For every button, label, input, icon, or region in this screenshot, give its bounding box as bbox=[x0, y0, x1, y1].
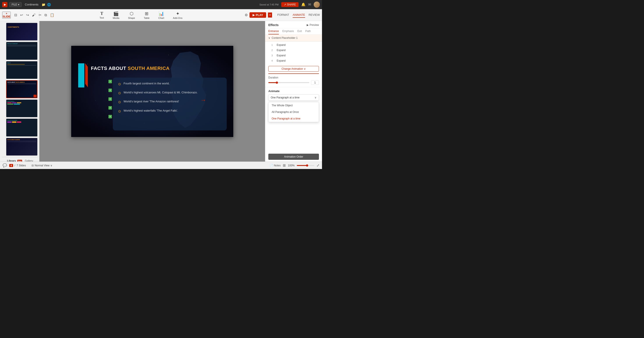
toolbar-left: + SLIDE ⊟ ↩ ↪ 🖌 ✂ ⧉ 📋 bbox=[0, 12, 40, 19]
slide-5-thumbnail[interactable]: North America... bbox=[6, 100, 38, 117]
slide-4-thumbnail[interactable]: FACTS ABOUT SOUTH AMERICA + bbox=[6, 80, 38, 98]
tab-animate[interactable]: ANIMATE bbox=[293, 12, 305, 18]
slide-current-number: 4 bbox=[9, 164, 13, 167]
spacer bbox=[265, 122, 322, 152]
expand-item-2[interactable]: 2 Expand bbox=[265, 48, 322, 53]
mail-icon[interactable]: ✉ bbox=[308, 3, 311, 7]
play-label: PLAY bbox=[256, 13, 263, 17]
media-tool-icon: 🎬 bbox=[113, 11, 119, 16]
chat-icon[interactable]: 💬 bbox=[3, 163, 7, 167]
slide-6-thumbnail[interactable]: Africa is surrounded... bbox=[6, 119, 38, 136]
item-label-3: Expand bbox=[277, 54, 286, 57]
tab-review[interactable]: REVIEW bbox=[309, 12, 320, 18]
collapse-icon[interactable]: ∨ bbox=[268, 36, 270, 40]
layout-icon[interactable]: ⊟ bbox=[13, 12, 18, 18]
addons-tool-icon: ✦ bbox=[176, 11, 180, 16]
format-painter-icon[interactable]: 🖌 bbox=[31, 12, 36, 18]
duration-slider[interactable] bbox=[268, 82, 309, 83]
slide-6-container: 6 Africa is surrounded... bbox=[2, 119, 38, 136]
addons-tool[interactable]: ✦ Add-Ons bbox=[171, 10, 184, 20]
user-avatar[interactable] bbox=[314, 2, 320, 8]
fullscreen-icon[interactable]: ⤢ bbox=[316, 163, 319, 167]
duration-fill bbox=[268, 82, 276, 83]
library-label: Library bbox=[7, 159, 16, 162]
add-slide-label: + SLIDE bbox=[3, 12, 10, 18]
play-button[interactable]: ▶ PLAY bbox=[250, 12, 266, 18]
expand-item-4[interactable]: 4 Expand bbox=[265, 58, 322, 63]
animate-option-one[interactable]: One Paragraph at a time bbox=[268, 115, 319, 122]
bottom-bar: 💬 4 / 7 Slides ⊟ Normal View ∨ 📄 Notes ⊞… bbox=[0, 162, 322, 169]
bullet-4: 4 bbox=[108, 106, 112, 110]
share-button[interactable]: ↗ SHARE bbox=[281, 2, 298, 7]
doc-title: Continents bbox=[25, 3, 38, 6]
media-tool[interactable]: 🎬 Media bbox=[111, 10, 121, 20]
slide-7-thumbnail[interactable]: FACTS ABOUT EUROPE bbox=[6, 138, 38, 156]
item-label-1: Expand bbox=[277, 43, 286, 47]
expand-item-1[interactable]: 1 Expand bbox=[265, 42, 322, 48]
zoom-slider[interactable] bbox=[297, 165, 314, 166]
notifications-icon[interactable]: 🔔 bbox=[301, 3, 306, 7]
addons-tool-label: Add-Ons bbox=[173, 17, 182, 19]
notes-button[interactable]: 📄 Notes bbox=[270, 164, 280, 167]
folder-icon[interactable]: 📁 bbox=[42, 3, 45, 6]
lib-gallery: Library New Gallery bbox=[4, 158, 35, 162]
view-select[interactable]: ⊟ Normal View ∨ bbox=[32, 164, 52, 167]
file-dropdown-arrow: ▾ bbox=[18, 3, 19, 6]
right-panel: Effects ▶ Preview Entrance Emphasis Exit… bbox=[265, 21, 322, 162]
chart-tool-label: Chart bbox=[158, 17, 164, 19]
item-label-4: Expand bbox=[277, 59, 286, 62]
slide-2-thumbnail[interactable]: What are Continents? bbox=[6, 42, 38, 60]
toolbar-right: ⚙ ▶ PLAY ▾ FORMAT ANIMATE REVIEW bbox=[242, 12, 322, 18]
fact-text-4: World's highest waterfalls 'The Angel Fa… bbox=[124, 109, 178, 113]
tab-path[interactable]: Path bbox=[305, 30, 311, 35]
animate-dropdown[interactable]: One Paragraph at a time ∨ bbox=[268, 95, 319, 101]
expand-item-3[interactable]: 3 Expand bbox=[265, 53, 322, 58]
add-slide-button[interactable]: + SLIDE bbox=[2, 12, 11, 19]
content-placeholder-header: ∨ Content Placeholder 1 bbox=[265, 35, 322, 42]
top-icons: 🔔 ✉ bbox=[301, 3, 311, 7]
fact-item-1: ⊙ Fourth largest continent in the world. bbox=[118, 82, 222, 87]
view-icon: ⊟ bbox=[32, 164, 34, 167]
redo-icon[interactable]: ↪ bbox=[25, 12, 30, 18]
text-tool[interactable]: 𝐓 Text bbox=[98, 10, 106, 20]
change-animation-button[interactable]: Change Animation ∨ bbox=[268, 66, 319, 72]
duration-value[interactable]: 1 bbox=[311, 81, 319, 85]
settings-icon[interactable]: ⚙ bbox=[245, 13, 248, 17]
item-label-2: Expand bbox=[277, 49, 286, 52]
library-button[interactable]: Library New bbox=[7, 159, 22, 162]
title-orange: SOUTH AMERICA bbox=[128, 66, 170, 71]
file-button[interactable]: FILE ▾ bbox=[9, 2, 22, 7]
effect-tabs: Entrance Emphasis Exit Path bbox=[265, 28, 322, 35]
play-dropdown-button[interactable]: ▾ bbox=[268, 13, 272, 18]
file-label: FILE bbox=[12, 3, 17, 6]
cyan-bar bbox=[78, 63, 84, 88]
duration-label: Duration bbox=[268, 76, 319, 79]
grid-icon[interactable]: ⊞ bbox=[283, 163, 286, 167]
bullet-1: 1 bbox=[108, 80, 112, 83]
bullet-numbers: 1 2 3 4 5 bbox=[108, 80, 112, 118]
undo-icon[interactable]: ↩ bbox=[19, 12, 24, 18]
table-tool[interactable]: ⊞ Table bbox=[142, 10, 151, 20]
text-tool-label: Text bbox=[100, 17, 104, 19]
animate-option-whole[interactable]: The Whole Object bbox=[268, 102, 319, 109]
tab-entrance[interactable]: Entrance bbox=[268, 30, 279, 35]
slide-canvas[interactable]: FACTS ABOUT SOUTH AMERICA 1 2 3 4 5 ⊙ Fo… bbox=[71, 46, 233, 137]
globe-icon[interactable]: 🌐 bbox=[47, 3, 51, 6]
slide-1-thumbnail[interactable]: CONTINENTS bbox=[6, 23, 38, 41]
animation-order-button[interactable]: Animation Order bbox=[268, 154, 319, 160]
shape-tool[interactable]: ⬡ Shape bbox=[126, 10, 137, 20]
animate-option-all[interactable]: All Paragraphs at Once bbox=[268, 109, 319, 115]
chart-tool[interactable]: 📊 Chart bbox=[156, 10, 166, 20]
slide-3-thumbnail[interactable]: Slide 3 bbox=[6, 61, 38, 79]
tab-emphasis[interactable]: Emphasis bbox=[282, 30, 294, 35]
share-label: SHARE bbox=[287, 3, 296, 6]
tab-format[interactable]: FORMAT bbox=[277, 12, 289, 18]
content-box[interactable]: ⊙ Fourth largest continent in the world.… bbox=[113, 78, 227, 130]
duration-row: 1 bbox=[268, 81, 319, 85]
tab-exit[interactable]: Exit bbox=[298, 30, 302, 35]
gallery-button[interactable]: Gallery bbox=[25, 159, 33, 162]
preview-button[interactable]: ▶ Preview bbox=[307, 24, 319, 27]
toolbar-center: 𝐓 Text 🎬 Media ⬡ Shape ⊞ Table 📊 Chart ✦… bbox=[40, 10, 242, 20]
shape-tool-label: Shape bbox=[128, 17, 135, 19]
title-white: FACTS ABOUT bbox=[91, 66, 128, 71]
